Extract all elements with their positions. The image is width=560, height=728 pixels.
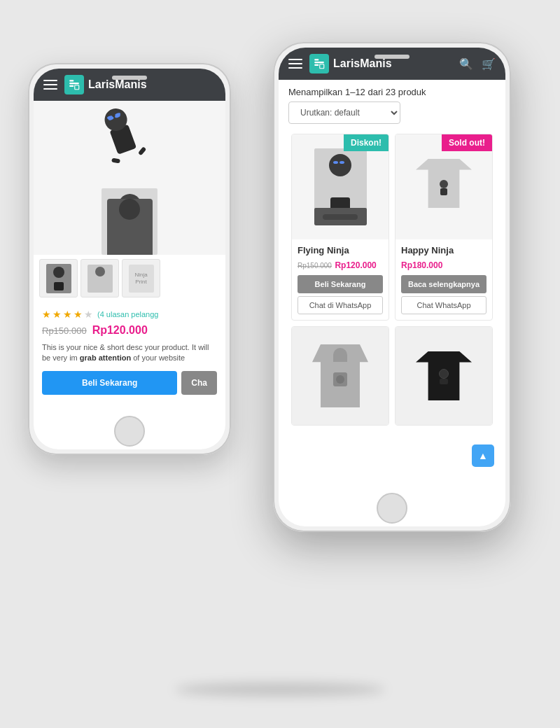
price-sale-back: Rp120.000 [92,324,148,337]
phone-front-screen: LarisManis 🔍 🛒 Menampilkan 1–12 dari 23 … [279,48,505,526]
speaker-front [374,55,410,59]
product-card-3 [291,326,389,426]
product-image-2: Sold out! [396,134,492,239]
product-card-4 [395,326,493,426]
phone-back-screen: LarisManis [34,69,225,449]
svg-rect-7 [320,64,324,69]
card-buttons-2: Baca selengkapnya Chat WhatsApp [396,275,492,320]
logo-icon-front [309,54,329,74]
cart-icon-front[interactable]: 🛒 [482,57,496,71]
chevron-up-icon: ▲ [478,451,488,461]
product-name-2: Happy Ninja [401,245,486,255]
buy-btn-1[interactable]: Beli Sekarang [298,275,383,293]
svg-rect-4 [314,59,318,60]
phone-back: LarisManis [28,63,231,455]
product-thumbnails: NinjaPrint [34,255,225,302]
product-name-1: Flying Ninja [298,245,383,255]
whatsapp-btn-2[interactable]: Chat WhatsApp [401,296,486,314]
menu-icon-back[interactable] [43,80,57,90]
product-info-2: Happy Ninja Rp180.000 [396,239,492,275]
thumb-3[interactable]: NinjaPrint [122,259,160,298]
badge-sold-out: Sold out! [442,134,492,151]
sort-select[interactable]: Urutkan: default [288,102,400,124]
price-row-back: Rp150.000 Rp120.000 [42,324,217,337]
badge-diskon: Diskon! [344,134,388,151]
card-buttons-1: Beli Sekarang Chat di WhatsApp [292,275,388,320]
navbar-front: LarisManis 🔍 🛒 [279,48,505,80]
chat-button-back[interactable]: Cha [181,371,217,395]
product-card-2: Sold out! [395,134,493,321]
thumb-1[interactable] [39,259,78,298]
navbar-back: LarisManis [34,69,225,101]
svg-rect-6 [314,64,318,66]
svg-rect-2 [69,85,74,87]
results-header: Menampilkan 1–12 dari 23 produk [279,80,505,102]
speaker-back [112,76,147,80]
product-image-4 [396,327,492,425]
products-grid: Diskon! [279,131,505,428]
logo-icon-back [64,75,84,94]
sort-bar: Urutkan: default [279,102,505,131]
price-old-1: Rp150.000 [298,262,332,270]
product-image-1: Diskon! [292,134,388,239]
thumb-2[interactable] [80,259,119,298]
product-image-3 [292,327,388,425]
search-icon-front[interactable]: 🔍 [459,57,473,71]
star-rating: ★ ★ ★ ★ ★ (4 ulasan pelangg [42,309,217,320]
navbar-icons-front: 🔍 🛒 [459,57,496,71]
price-original-back: Rp150.000 [42,326,87,336]
phone-shadow [175,682,385,696]
buy-now-button-back[interactable]: Beli Sekarang [42,371,177,395]
svg-rect-3 [75,85,79,90]
navbar-title-back: LarisManis [88,78,216,91]
phones-container: LarisManis [7,21,553,707]
scroll-top-button[interactable]: ▲ [472,444,494,467]
menu-icon-front[interactable] [288,59,302,69]
home-button-front[interactable] [377,493,407,524]
price-new-1: Rp120.000 [335,260,376,270]
svg-rect-1 [69,83,79,84]
action-buttons-back: Beli Sekarang Cha [42,371,217,395]
phone-front: LarisManis 🔍 🛒 Menampilkan 1–12 dari 23 … [273,42,511,532]
whatsapp-btn-1[interactable]: Chat di WhatsApp [298,296,383,314]
svg-rect-5 [314,62,324,63]
product-card-1: Diskon! [291,134,389,321]
home-button-back[interactable] [114,416,145,447]
product-image-main [34,101,225,255]
product-info-1: Flying Ninja Rp150.000 Rp120.000 [292,239,388,275]
product-description: This is your nice & short desc your prod… [42,342,217,364]
svg-rect-0 [69,80,74,81]
price-only-2: Rp180.000 [401,260,442,270]
review-count: (4 ulasan pelangg [97,310,158,318]
read-btn-2[interactable]: Baca selengkapnya [401,275,486,293]
navbar-title-front: LarisManis [333,57,459,70]
